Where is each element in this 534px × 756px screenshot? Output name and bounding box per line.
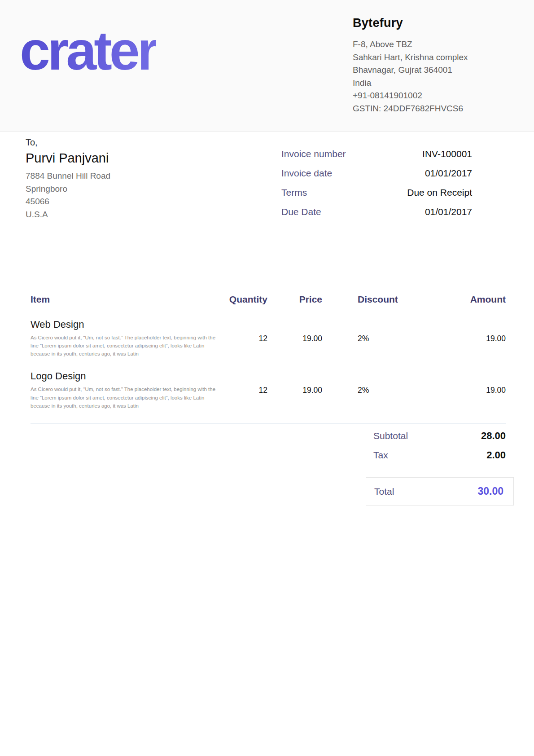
due-date-label: Due Date: [281, 207, 321, 217]
item-discount: 2%: [322, 369, 404, 409]
total-label: Total: [374, 486, 394, 497]
invoice-meta: Invoice number INV-100001 Invoice date 0…: [281, 149, 472, 226]
item-cell: Logo Design As Cicero would put it, “Um,…: [31, 369, 220, 409]
invoice-header: crater Bytefury F-8, Above TBZ Sahkari H…: [0, 0, 534, 132]
terms-value: Due on Receipt: [407, 187, 472, 198]
customer-address-line: Springboro: [26, 183, 110, 196]
company-gstin: GSTIN: 24DDF7682FHVCS6: [353, 102, 514, 115]
tax-value: 2.00: [486, 449, 506, 461]
column-header-price: Price: [267, 293, 322, 306]
due-date-row: Due Date 01/01/2017: [281, 207, 472, 226]
terms-label: Terms: [281, 187, 307, 198]
items-table-header: Item Quantity Price Discount Amount: [31, 293, 506, 306]
column-header-amount: Amount: [404, 293, 506, 306]
item-amount: 19.00: [404, 317, 506, 358]
items-table: Item Quantity Price Discount Amount Web …: [31, 293, 506, 424]
customer-address-line: 7884 Bunnel Hill Road: [26, 170, 110, 183]
item-description: As Cicero would put it, “Um, not so fast…: [31, 385, 221, 409]
totals-block: Subtotal 28.00 Tax 2.00: [373, 430, 506, 469]
customer-address-line: 45066: [26, 195, 110, 208]
company-address-line: India: [353, 77, 514, 90]
table-bottom-divider: [31, 423, 506, 424]
item-price: 19.00: [267, 317, 322, 358]
item-quantity: 12: [220, 369, 267, 409]
item-cell: Web Design As Cicero would put it, “Um, …: [31, 317, 220, 358]
invoice-date-row: Invoice date 01/01/2017: [281, 168, 472, 187]
tax-row: Tax 2.00: [373, 449, 506, 469]
table-row: Logo Design As Cicero would put it, “Um,…: [31, 369, 506, 409]
subtotal-row: Subtotal 28.00: [373, 430, 506, 449]
bill-to-block: To, Purvi Panjvani 7884 Bunnel Hill Road…: [26, 137, 110, 221]
item-amount: 19.00: [404, 369, 506, 409]
column-header-item: Item: [31, 293, 220, 306]
crater-logo: crater: [20, 23, 156, 78]
invoice-number-label: Invoice number: [281, 149, 346, 159]
customer-name: Purvi Panjvani: [26, 151, 110, 166]
item-name: Web Design: [31, 317, 220, 332]
subtotal-value: 28.00: [481, 430, 506, 442]
column-header-quantity: Quantity: [220, 293, 267, 306]
to-label: To,: [26, 137, 110, 148]
item-discount: 2%: [322, 317, 404, 358]
due-date-value: 01/01/2017: [425, 207, 472, 217]
company-phone: +91-08141901002: [353, 89, 514, 102]
invoice-date-value: 01/01/2017: [425, 168, 472, 179]
item-quantity: 12: [220, 317, 267, 358]
company-name: Bytefury: [353, 16, 514, 30]
invoice-number-row: Invoice number INV-100001: [281, 149, 472, 168]
item-price: 19.00: [267, 369, 322, 409]
tax-label: Tax: [373, 450, 388, 461]
terms-row: Terms Due on Receipt: [281, 187, 472, 207]
column-header-discount: Discount: [322, 293, 404, 306]
customer-address-line: U.S.A: [26, 208, 110, 221]
company-info: Bytefury F-8, Above TBZ Sahkari Hart, Kr…: [353, 16, 514, 115]
invoice-number-value: INV-100001: [422, 149, 472, 159]
item-description: As Cicero would put it, “Um, not so fast…: [31, 334, 221, 358]
total-box: Total 30.00: [366, 477, 514, 505]
table-row: Web Design As Cicero would put it, “Um, …: [31, 317, 506, 358]
invoice-date-label: Invoice date: [281, 168, 332, 179]
company-address-line: Sahkari Hart, Krishna complex: [353, 51, 514, 64]
company-address-line: F-8, Above TBZ: [353, 38, 514, 51]
item-name: Logo Design: [31, 369, 220, 383]
company-address-line: Bhavnagar, Gujrat 364001: [353, 64, 514, 77]
subtotal-label: Subtotal: [373, 431, 408, 441]
invoice-page: crater Bytefury F-8, Above TBZ Sahkari H…: [0, 0, 534, 756]
total-value: 30.00: [477, 485, 503, 497]
